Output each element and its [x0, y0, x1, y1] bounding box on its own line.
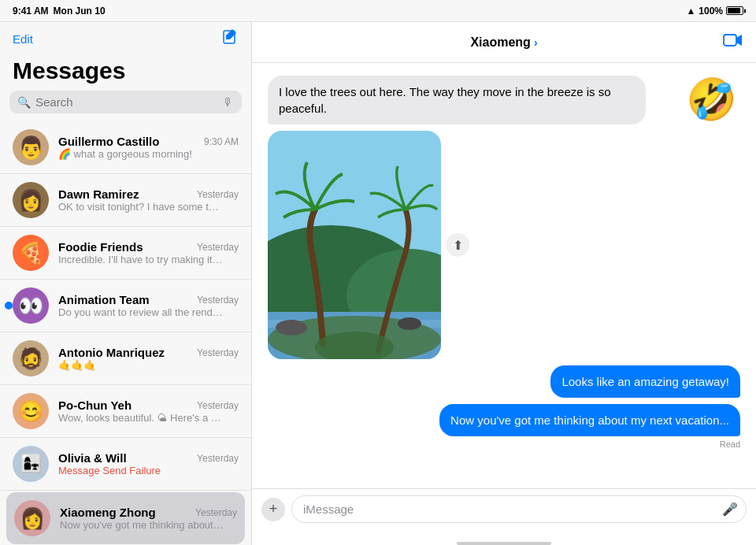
conv-content: Dawn Ramirez Yesterday OK to visit tonig…: [58, 187, 239, 213]
add-button[interactable]: +: [261, 498, 285, 521]
message-image-wrapper: ⬆: [268, 131, 441, 359]
home-indicator: [457, 542, 551, 545]
avatar: 😊: [13, 393, 49, 429]
sidebar: Edit Messages 🔍 🎙 👨 Guillermo Castillo: [0, 22, 252, 545]
list-item-active[interactable]: 👩 Xiaomeng Zhong Yesterday Now you've go…: [6, 492, 245, 544]
avatar: 👩: [13, 182, 49, 218]
conv-time: 9:30 AM: [204, 136, 239, 147]
voice-input-icon[interactable]: 🎤: [722, 502, 738, 517]
sidebar-title: Messages: [0, 54, 251, 91]
list-item[interactable]: 👩‍👧 Olivia & Will Yesterday Message Send…: [0, 438, 251, 491]
chat-area: Xiaomeng › 🤣 I love the trees out here. …: [252, 22, 756, 545]
status-bar: 9:41 AM Mon Jun 10 ▲ 100%: [0, 0, 756, 22]
sidebar-header: Edit: [0, 22, 251, 54]
battery-fill: [728, 8, 740, 13]
conv-content: Foodie Friends Yesterday Incredible. I'l…: [58, 240, 239, 265]
conv-content: Animation Team Yesterday Do you want to …: [58, 293, 239, 318]
conv-content: Xiaomeng Zhong Yesterday Now you've got …: [60, 506, 237, 531]
conv-time: Yesterday: [197, 400, 239, 411]
conv-name: Foodie Friends: [58, 240, 143, 254]
avatar: 👩: [14, 500, 50, 536]
list-item[interactable]: 👩 Dawn Ramirez Yesterday OK to visit ton…: [0, 174, 251, 227]
avatar: 👀: [13, 287, 49, 324]
conv-content: Antonio Manriquez Yesterday 🤙🤙🤙: [58, 346, 239, 371]
search-input[interactable]: [35, 95, 218, 109]
svg-rect-1: [724, 35, 736, 46]
conv-time: Yesterday: [197, 295, 239, 306]
conv-time: Yesterday: [197, 189, 239, 200]
search-icon: 🔍: [17, 96, 31, 109]
list-item[interactable]: 🍕 Foodie Friends Yesterday Incredible. I…: [0, 227, 251, 280]
avatar: 👨: [13, 129, 49, 165]
svg-point-8: [276, 320, 307, 336]
message-input-placeholder: iMessage: [303, 502, 717, 516]
avatar: 👩‍👧: [13, 446, 49, 482]
conv-content: Po-Chun Yeh Yesterday Wow, looks beautif…: [58, 399, 239, 424]
messages-area: 🤣 I love the trees out here. The way the…: [252, 63, 756, 488]
chat-header: Xiaomeng ›: [252, 22, 756, 63]
chat-contact-name[interactable]: Xiaomeng ›: [470, 35, 537, 50]
conv-name: Antonio Manriquez: [58, 346, 165, 359]
list-item[interactable]: 🧔 Antonio Manriquez Yesterday 🤙🤙🤙: [0, 332, 251, 385]
status-bar-left: 9:41 AM Mon Jun 10: [13, 6, 106, 17]
avatar: 🧔: [13, 340, 49, 376]
conv-name: Xiaomeng Zhong: [60, 506, 156, 519]
conv-name: Dawn Ramirez: [58, 187, 139, 201]
list-item[interactable]: 👨 Guillermo Castillo 9:30 AM 🌈 what a go…: [0, 121, 251, 174]
conv-name: Po-Chun Yeh: [58, 399, 132, 412]
search-bar[interactable]: 🔍 🎙: [9, 91, 242, 113]
conv-preview: Wow, looks beautiful. 🌤 Here's a photo o…: [58, 412, 224, 424]
conv-preview: Message Send Failure: [58, 465, 224, 476]
status-bar-right: ▲ 100%: [686, 6, 743, 17]
chevron-right-icon: ›: [534, 36, 538, 49]
input-area: + iMessage 🎤: [252, 488, 756, 539]
list-item[interactable]: 😊 Po-Chun Yeh Yesterday Wow, looks beaut…: [0, 385, 251, 438]
conv-name: Olivia & Will: [58, 451, 127, 465]
conv-time: Yesterday: [197, 453, 239, 464]
conv-preview: 🤙🤙🤙: [58, 359, 224, 371]
conv-preview: Now you've got me thinking about my next…: [60, 519, 225, 531]
conv-content: Olivia & Will Yesterday Message Send Fai…: [58, 451, 239, 476]
edit-button[interactable]: Edit: [13, 32, 33, 46]
conv-time: Yesterday: [195, 507, 237, 518]
read-label: Read: [720, 439, 740, 449]
list-item[interactable]: 👀 Animation Team Yesterday Do you want t…: [0, 280, 251, 332]
message-text: Looks like an amazing getaway!: [561, 375, 729, 388]
message-bubble-sent: Looks like an amazing getaway!: [550, 365, 740, 398]
share-button[interactable]: ⬆: [446, 233, 469, 257]
emoji-reaction: 🤣: [686, 76, 737, 124]
status-time: 9:41 AM: [13, 6, 49, 17]
svg-point-9: [398, 317, 421, 330]
conv-time: Yesterday: [197, 347, 239, 358]
unread-dot: [5, 302, 13, 310]
message-input-wrap[interactable]: iMessage 🎤: [291, 495, 747, 523]
conversation-list: 👨 Guillermo Castillo 9:30 AM 🌈 what a go…: [0, 121, 251, 545]
conv-content: Guillermo Castillo 9:30 AM 🌈 what a gorg…: [58, 135, 239, 160]
message-text: I love the trees out here. The way they …: [279, 85, 611, 115]
microphone-icon: 🎙: [223, 96, 234, 109]
conv-preview: Do you want to review all the renders to…: [58, 306, 224, 318]
conv-name: Animation Team: [58, 293, 150, 306]
message-text: Now you've got me thinking about my next…: [450, 413, 729, 427]
compose-button[interactable]: [221, 28, 239, 50]
conv-time: Yesterday: [197, 242, 239, 253]
video-call-button[interactable]: [723, 33, 743, 51]
message-bubble-received: I love the trees out here. The way they …: [268, 76, 646, 124]
conv-preview: Incredible. I'll have to try making it m…: [58, 254, 224, 265]
app-body: Edit Messages 🔍 🎙 👨 Guillermo Castillo: [0, 22, 756, 545]
message-image: [268, 131, 441, 359]
message-bubble-sent: Now you've got me thinking about my next…: [439, 404, 740, 436]
avatar: 🍕: [13, 235, 49, 271]
conv-preview: OK to visit tonight? I have some things …: [58, 201, 224, 213]
wifi-icon: ▲: [686, 6, 695, 17]
conv-preview: 🌈 what a gorgeous morning!: [58, 148, 224, 160]
conv-name: Guillermo Castillo: [58, 135, 159, 148]
battery-percent: 100%: [699, 6, 723, 17]
status-date: Mon Jun 10: [54, 6, 106, 17]
battery-icon: [726, 6, 743, 15]
